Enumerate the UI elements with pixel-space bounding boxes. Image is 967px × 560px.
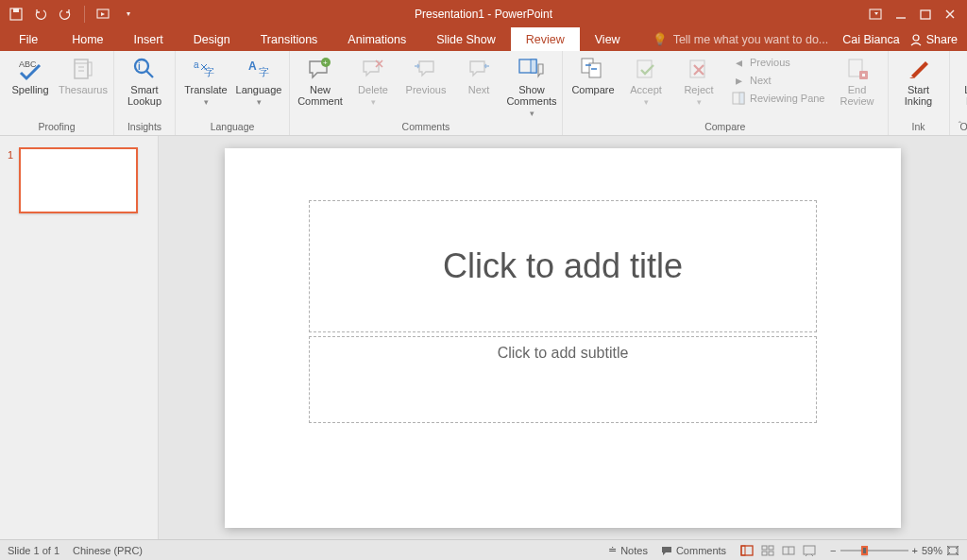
- slide-editor-area: Click to add title Click to add subtitle: [159, 136, 967, 539]
- subtitle-placeholder[interactable]: Click to add subtitle: [309, 336, 817, 423]
- svg-rect-35: [739, 93, 744, 104]
- title-placeholder[interactable]: Click to add title: [309, 200, 817, 332]
- language-status[interactable]: Chinese (PRC): [73, 545, 143, 556]
- tell-me-search[interactable]: 💡 Tell me what you want to do...: [636, 27, 843, 51]
- thesaurus-button[interactable]: Thesaurus: [59, 54, 108, 96]
- share-button[interactable]: Share: [909, 33, 958, 46]
- slide-canvas[interactable]: Click to add title Click to add subtitle: [225, 148, 901, 528]
- user-name[interactable]: Cai Bianca: [842, 33, 899, 46]
- compare-previous-label: Previous: [750, 57, 790, 68]
- svg-rect-46: [769, 552, 773, 555]
- reject-button[interactable]: Reject ▾: [674, 54, 723, 109]
- next-label: Next: [468, 84, 490, 95]
- new-comment-button[interactable]: + New Comment: [296, 54, 345, 108]
- next-comment-button[interactable]: Next: [454, 54, 503, 96]
- slide-sorter-icon[interactable]: [760, 544, 775, 557]
- compare-next-button[interactable]: ▸ Next: [727, 72, 829, 89]
- ribbon-options-icon[interactable]: [869, 8, 882, 20]
- title-placeholder-text: Click to add title: [443, 246, 683, 286]
- customize-qat-icon[interactable]: ▾: [120, 6, 137, 23]
- linked-notes-button[interactable]: N Linked Notes: [956, 54, 968, 108]
- reviewing-pane-label: Reviewing Pane: [750, 93, 825, 104]
- tab-animations[interactable]: Animations: [332, 27, 421, 51]
- show-comments-label: Show Comments: [506, 84, 556, 107]
- slideshow-view-icon[interactable]: [802, 544, 817, 557]
- end-review-button[interactable]: End Review: [833, 54, 882, 108]
- start-inking-button[interactable]: Start Inking: [894, 54, 943, 108]
- title-bar: ▾ Presentation1 - PowerPoint: [0, 0, 967, 27]
- zoom-percentage[interactable]: 59%: [922, 545, 942, 556]
- collapse-ribbon-icon[interactable]: ˆ: [959, 121, 961, 131]
- ribbon-group-proofing: ABC Spelling Thesaurus Proofing: [0, 51, 114, 135]
- slide-thumbnail-1[interactable]: [19, 147, 138, 213]
- normal-view-icon[interactable]: [739, 544, 755, 557]
- compare-icon: [579, 55, 607, 83]
- spelling-label: Spelling: [11, 84, 48, 95]
- zoom-slider[interactable]: [840, 550, 908, 552]
- tab-view[interactable]: View: [580, 27, 636, 51]
- reading-view-icon[interactable]: [781, 544, 796, 557]
- zoom-in-button[interactable]: +: [912, 545, 918, 556]
- smart-lookup-button[interactable]: i Smart Lookup: [120, 54, 169, 108]
- tab-design[interactable]: Design: [178, 27, 246, 51]
- group-label: Compare: [568, 121, 882, 133]
- svg-text:字: 字: [259, 66, 269, 77]
- svg-rect-5: [921, 10, 930, 19]
- notes-button[interactable]: ≐ Notes: [608, 544, 648, 556]
- comments-button[interactable]: Comments: [661, 545, 726, 556]
- ribbon-group-comments: + New Comment Delete ▾ Previous: [290, 51, 563, 135]
- fit-to-window-icon[interactable]: [946, 545, 959, 556]
- reviewing-pane-icon: [731, 91, 746, 106]
- undo-icon[interactable]: [32, 6, 49, 23]
- minimize-icon[interactable]: [895, 8, 907, 20]
- tab-transitions[interactable]: Transitions: [246, 27, 333, 51]
- tab-insert[interactable]: Insert: [119, 27, 178, 51]
- svg-text:字: 字: [204, 66, 214, 77]
- ink-icon: [905, 55, 933, 83]
- thumbnail-number: 1: [8, 147, 13, 161]
- svg-text:ABC: ABC: [19, 59, 37, 69]
- ribbon: ABC Spelling Thesaurus Proofing i Smart …: [0, 51, 967, 136]
- notes-icon: ≐: [608, 544, 617, 556]
- tab-file[interactable]: File: [0, 27, 57, 51]
- maximize-icon[interactable]: [920, 8, 931, 20]
- zoom-out-button[interactable]: −: [830, 545, 836, 556]
- delete-comment-button[interactable]: Delete ▾: [348, 54, 398, 109]
- tab-review[interactable]: Review: [511, 27, 580, 51]
- start-inking-label: Start Inking: [905, 84, 932, 107]
- svg-rect-27: [531, 59, 536, 73]
- language-button[interactable]: A字 Language ▾: [234, 54, 283, 109]
- language-icon: A字: [245, 55, 273, 83]
- thesaurus-icon: [69, 55, 97, 83]
- start-from-beginning-icon[interactable]: [95, 6, 112, 23]
- spelling-button[interactable]: ABC Spelling: [6, 54, 55, 96]
- translate-button[interactable]: a字 Translate ▾: [181, 54, 230, 109]
- svg-rect-49: [804, 546, 815, 554]
- compare-previous-button[interactable]: ◂ Previous: [727, 54, 829, 71]
- svg-rect-3: [870, 9, 881, 19]
- tab-home[interactable]: Home: [57, 27, 118, 51]
- reviewing-pane-button[interactable]: Reviewing Pane: [727, 90, 829, 107]
- svg-text:+: +: [323, 59, 328, 67]
- lightbulb-icon: 💡: [653, 32, 668, 46]
- save-icon[interactable]: [8, 6, 25, 23]
- group-label: Comments: [296, 121, 556, 133]
- group-label: Ink: [894, 121, 943, 133]
- smart-lookup-icon: i: [130, 55, 159, 83]
- translate-label: Translate: [184, 84, 227, 95]
- redo-icon[interactable]: [57, 6, 74, 23]
- compare-button[interactable]: Compare: [568, 54, 618, 96]
- show-comments-icon: [517, 55, 546, 83]
- delete-comment-icon: [359, 55, 387, 83]
- close-icon[interactable]: [944, 8, 956, 20]
- tab-slide-show[interactable]: Slide Show: [421, 27, 511, 51]
- svg-rect-10: [75, 59, 88, 78]
- previous-comment-button[interactable]: Previous: [401, 54, 450, 96]
- svg-text:a: a: [194, 59, 199, 70]
- end-review-label: End Review: [840, 84, 874, 107]
- svg-rect-38: [862, 74, 865, 76]
- slide-index[interactable]: Slide 1 of 1: [8, 545, 59, 556]
- show-comments-button[interactable]: Show Comments ▾: [507, 54, 556, 120]
- window-title: Presentation1 - PowerPoint: [415, 8, 552, 21]
- accept-button[interactable]: Accept ▾: [621, 54, 670, 109]
